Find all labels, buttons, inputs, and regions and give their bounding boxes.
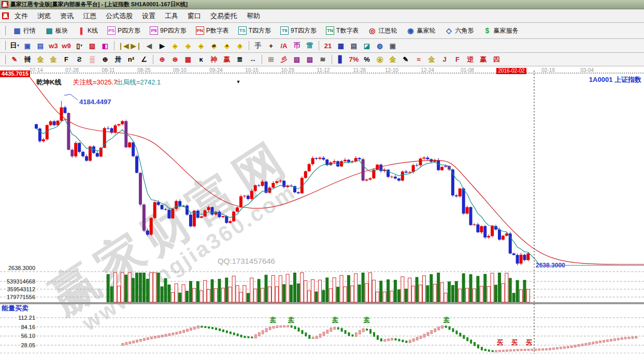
gold-band-tool[interactable]: 金: [425, 54, 438, 65]
toolbar-grip[interactable]: [3, 55, 6, 64]
histogram-tool[interactable]: ▋: [335, 54, 347, 65]
gann-shift-right-button[interactable]: ◆→: [182, 40, 194, 51]
percent-drop-tool[interactable]: 7%: [348, 54, 360, 65]
golden-grid-tool-2[interactable]: 金: [47, 54, 60, 65]
menu-4[interactable]: 公式选股: [101, 10, 137, 21]
save-button[interactable]: ◪: [361, 40, 373, 51]
coil-tool[interactable]: Ƨ: [73, 54, 85, 65]
box-select-tool[interactable]: ⊞: [265, 54, 277, 65]
f-grid-tool[interactable]: F: [60, 54, 73, 65]
kline-button[interactable]: ∥K线: [73, 25, 102, 37]
memo-button[interactable]: ▤: [348, 40, 360, 51]
toolbar-grip[interactable]: [3, 41, 6, 50]
toolbar-grip[interactable]: [3, 26, 6, 35]
winner-service-button[interactable]: $赢家服务: [479, 25, 522, 37]
golden-grid-tool-1[interactable]: 金: [34, 54, 47, 65]
wave-3-icon[interactable]: w3: [47, 40, 60, 51]
period-daily-dropdown[interactable]: 日▾: [8, 40, 21, 51]
line-label-button[interactable]: /A: [278, 40, 290, 51]
pen-tool[interactable]: ✎: [8, 54, 21, 65]
prev-bar-button[interactable]: ◀: [143, 40, 155, 51]
wave-band-tool[interactable]: ≈: [412, 54, 425, 65]
indicator-bar-down: [369, 329, 371, 334]
gann-clock-tool[interactable]: ⊕: [99, 54, 111, 65]
chart-area[interactable]: 赢家财富网 www.yingjia360.com 卖卖卖卖卖买买买07-1407…: [0, 66, 644, 354]
gann-circle-tool[interactable]: ⊕: [156, 54, 168, 65]
volume-profile-icon[interactable]: ◧: [99, 40, 111, 51]
jump-last-button[interactable]: ▶❘: [130, 40, 142, 51]
print-button[interactable]: ▣: [387, 40, 399, 51]
9p-square-button[interactable]: P99P四方形: [146, 25, 191, 37]
si-tool[interactable]: 四: [490, 54, 503, 65]
gold-line-tool-1[interactable]: ㊎: [374, 54, 386, 65]
calendar-button[interactable]: 21: [322, 40, 334, 51]
gold-line-tool-2[interactable]: 金: [387, 54, 399, 65]
kline-plot[interactable]: 卖卖卖卖卖买买买07-1407-2808-1108-2509-1009-2410…: [0, 66, 644, 354]
chip-distribution-icon[interactable]: ▨: [86, 40, 98, 51]
jump-first-button[interactable]: ❘◀: [117, 40, 130, 51]
ruler-tool[interactable]: ≣: [234, 54, 246, 65]
candle-style-dropdown[interactable]: ▯▾: [73, 40, 85, 51]
market-quotes-button[interactable]: ▦行情: [9, 25, 40, 37]
crosshair-button[interactable]: +: [265, 40, 277, 51]
stock-note-icon[interactable]: ▤: [34, 40, 47, 51]
winner-wheel-button[interactable]: ◉赢家轮: [402, 25, 439, 37]
t-number-table-button[interactable]: TNT数字表: [322, 25, 363, 37]
sectors-button[interactable]: ▩板块: [41, 25, 72, 37]
width-measure-tool[interactable]: ↔: [247, 54, 259, 65]
p-square-button[interactable]: PSP四方形: [103, 25, 145, 37]
density-brush-tool[interactable]: ▒: [86, 54, 98, 65]
shen-tool[interactable]: 神: [208, 54, 220, 65]
gann-wheel-button[interactable]: ◎江恩轮: [364, 25, 401, 37]
gann-stretch-h-button[interactable]: ◆↔: [195, 40, 207, 51]
menu-5[interactable]: 设置: [137, 10, 160, 21]
reverse-tool[interactable]: 逆: [464, 54, 477, 65]
menu-9[interactable]: 帮助: [242, 10, 265, 21]
kline-measure-tool[interactable]: ĸ: [195, 54, 207, 65]
spider-web-tool[interactable]: ⊛: [169, 54, 181, 65]
calculator-button[interactable]: ▦: [335, 40, 347, 51]
j-line-tool[interactable]: J: [438, 54, 451, 65]
menu-6[interactable]: 工具: [160, 10, 183, 21]
radar-button[interactable]: 雷: [304, 40, 316, 51]
menu-0[interactable]: 文件: [10, 10, 33, 21]
menu-7[interactable]: 窗口: [183, 10, 206, 21]
date-tick: 10-29: [281, 67, 294, 73]
menu-1[interactable]: 浏览: [33, 10, 55, 21]
percent-tool[interactable]: %: [361, 54, 373, 65]
gann-shift-left-button[interactable]: ◆←: [169, 40, 181, 51]
hexagon-button[interactable]: ◇六角形: [440, 25, 478, 37]
gann-swap-button[interactable]: ◆⇄: [208, 40, 220, 51]
title-bar[interactable]: 赢 赢家江恩专业版[赢家内部服务平台] - [上证指数 SH1A0001-167…: [0, 0, 644, 9]
menu-8[interactable]: 交易委托: [206, 10, 242, 21]
ying-line-tool[interactable]: 赢: [477, 54, 490, 65]
kline-button-label: K线: [88, 26, 98, 35]
ying-tool[interactable]: 赢: [221, 54, 233, 65]
zoom-area-icon[interactable]: ▣: [21, 40, 34, 51]
wave-9-icon[interactable]: w9: [60, 40, 73, 51]
chip-coin-button[interactable]: 币: [291, 40, 303, 51]
n-squared-tool[interactable]: n²: [125, 54, 137, 65]
menu-2[interactable]: 资讯: [55, 10, 78, 21]
trend-lines-tool[interactable]: ≋: [317, 54, 329, 65]
gann-stretch-v-button[interactable]: ◆↕: [234, 40, 246, 51]
p-number-table-button[interactable]: PNP数字表: [192, 25, 233, 37]
ink-brush-tool[interactable]: ✎: [399, 54, 412, 65]
gann-grid-tool[interactable]: ▦: [182, 54, 194, 65]
angle-tool[interactable]: ∠: [138, 54, 150, 65]
9t-square-button[interactable]: T99T四方形: [276, 25, 321, 37]
gann-move-all-button[interactable]: ◆+: [221, 40, 233, 51]
ray-fan-tool[interactable]: 彡: [278, 54, 290, 65]
grid-comb-tool[interactable]: 卌: [21, 54, 34, 65]
red-trend-curve: [30, 77, 644, 264]
shade-box-tool[interactable]: ▨: [291, 54, 303, 65]
sell-marker: 卖: [363, 316, 370, 323]
comb-tool-2[interactable]: 卅: [112, 54, 124, 65]
t-square-button[interactable]: TST四方形: [234, 25, 275, 37]
menu-3[interactable]: 江恩: [78, 10, 101, 21]
web-export-button[interactable]: ◍: [374, 40, 386, 51]
outline-box-tool[interactable]: ▧: [304, 54, 316, 65]
pan-hand-button[interactable]: 手: [252, 40, 264, 51]
next-bar-button[interactable]: ▶: [156, 40, 168, 51]
f-line-tool[interactable]: F: [451, 54, 464, 65]
